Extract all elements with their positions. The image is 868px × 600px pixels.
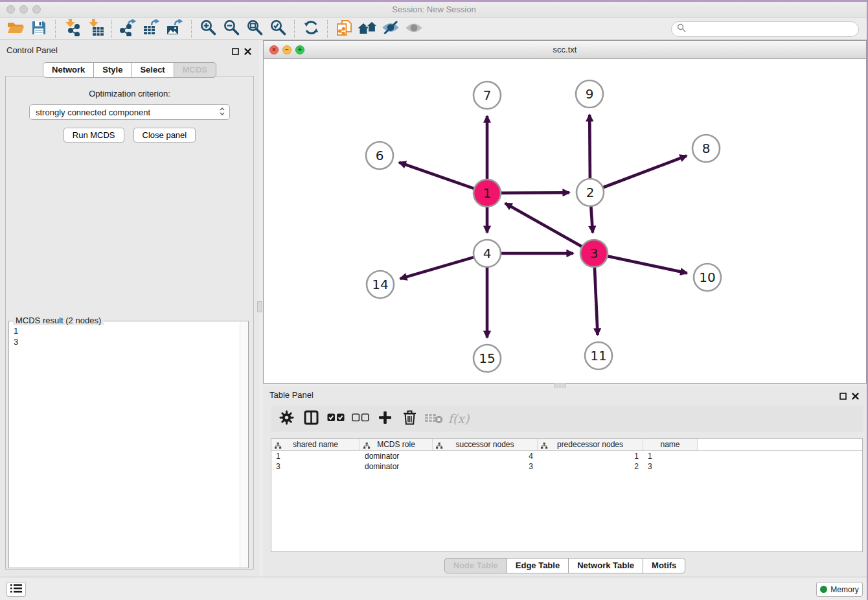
graph-node-7[interactable]: 7: [474, 82, 501, 109]
float-panel-icon[interactable]: [232, 46, 239, 58]
graph-node-14[interactable]: 14: [367, 271, 394, 298]
close-panel-button[interactable]: Close panel: [133, 128, 196, 143]
graph-node-9[interactable]: 9: [576, 80, 603, 108]
edge-4-14[interactable]: [400, 257, 474, 279]
close-table-panel-icon[interactable]: [852, 391, 859, 402]
tab-node-table[interactable]: Node Table: [444, 558, 507, 573]
search-input[interactable]: [689, 24, 853, 34]
network-canvas[interactable]: 7968124314101511: [264, 59, 866, 383]
show-all-button[interactable]: [402, 19, 426, 39]
tab-style[interactable]: Style: [93, 62, 131, 78]
export-image-button[interactable]: [163, 19, 187, 39]
run-mcds-button[interactable]: Run MCDS: [63, 128, 124, 143]
zoom-selected-button[interactable]: [266, 19, 290, 39]
export-table-button[interactable]: [140, 19, 163, 39]
edge-1-2[interactable]: [501, 192, 569, 193]
result-scrollbar[interactable]: [240, 322, 248, 567]
column-header-shared-name[interactable]: shared name: [271, 439, 360, 450]
import-table-button[interactable]: [84, 19, 107, 39]
table-cell[interactable]: 1: [271, 451, 360, 461]
network-minimize-button[interactable]: −: [282, 45, 291, 54]
tab-edge-table[interactable]: Edge Table: [507, 558, 569, 573]
table-cell[interactable]: 2: [538, 461, 643, 472]
table-cell[interactable]: 4: [433, 451, 538, 461]
mcds-result-title: MCDS result (2 nodes): [13, 316, 104, 325]
edge-3-10[interactable]: [608, 256, 687, 273]
graph-node-15[interactable]: 15: [474, 345, 501, 372]
close-window-button[interactable]: [6, 5, 15, 14]
graph-node-3[interactable]: 3: [580, 240, 608, 267]
network-window-titlebar[interactable]: × − + scc.txt: [264, 41, 866, 59]
search-icon: [677, 23, 686, 35]
clone-network-button[interactable]: [332, 19, 356, 39]
network-maximize-button[interactable]: +: [295, 45, 304, 54]
table-cell[interactable]: 3: [643, 461, 698, 472]
table-row[interactable]: 3dominator323: [271, 461, 862, 472]
unselect-all-columns-button[interactable]: [350, 409, 370, 428]
memory-label: Memory: [830, 585, 858, 594]
criterion-dropdown[interactable]: strongly connected component: [29, 104, 230, 120]
refresh-view-button[interactable]: [299, 19, 323, 39]
horizontal-splitter-handle[interactable]: [554, 383, 566, 387]
graph-node-10[interactable]: 10: [694, 264, 721, 291]
tab-network-table[interactable]: Network Table: [568, 558, 643, 573]
edge-1-6[interactable]: [399, 163, 474, 189]
search-box[interactable]: [671, 21, 859, 37]
column-header-name[interactable]: name: [643, 439, 698, 450]
zoom-fit-button[interactable]: [243, 19, 266, 39]
open-file-button[interactable]: [4, 19, 27, 39]
zoom-out-button[interactable]: [220, 19, 243, 39]
edge-2-3[interactable]: [591, 206, 593, 233]
apply-layout-button[interactable]: [356, 19, 379, 39]
column-settings-gear-button[interactable]: [277, 409, 296, 428]
minimize-window-button[interactable]: [19, 5, 28, 14]
column-header-successor-nodes[interactable]: successor nodes: [433, 439, 538, 450]
import-network-button[interactable]: [60, 19, 84, 39]
graph-node-2[interactable]: 2: [577, 179, 604, 206]
select-all-columns-button[interactable]: [326, 409, 345, 428]
table-cell[interactable]: 1: [538, 451, 643, 461]
table-cell[interactable]: 3: [271, 461, 360, 472]
graph-node-1[interactable]: 1: [474, 179, 501, 207]
task-history-button[interactable]: [6, 582, 26, 597]
column-header-MCDS-role[interactable]: MCDS role: [360, 439, 433, 450]
graph-node-8[interactable]: 8: [692, 135, 720, 162]
export-network-button[interactable]: [117, 19, 140, 39]
toolbar-separator: [294, 20, 295, 38]
graph-node-11[interactable]: 11: [585, 342, 612, 369]
memory-button[interactable]: Memory: [816, 582, 863, 597]
export-network-icon: [120, 19, 137, 39]
delete-columns-button[interactable]: [400, 409, 419, 428]
table-row[interactable]: 1dominator411: [271, 451, 862, 461]
column-header-predecessor-nodes[interactable]: predecessor nodes: [538, 439, 643, 450]
close-panel-icon[interactable]: [244, 46, 251, 58]
function-builder-icon: f(x): [448, 411, 470, 426]
graph-node-6[interactable]: 6: [366, 142, 393, 169]
zoom-in-button[interactable]: [196, 19, 220, 39]
graph-node-label: 8: [702, 141, 711, 156]
table-cell[interactable]: dominator: [360, 461, 433, 472]
save-session-button[interactable]: [27, 19, 51, 39]
table-cell[interactable]: 1: [643, 451, 698, 461]
vertical-splitter-handle[interactable]: [257, 301, 262, 312]
edge-2-9[interactable]: [589, 115, 590, 179]
network-close-button[interactable]: ×: [269, 45, 279, 54]
edge-3-11[interactable]: [595, 267, 598, 335]
table-cell[interactable]: 3: [433, 461, 538, 472]
column-header-label: predecessor nodes: [557, 440, 623, 449]
edge-3-1[interactable]: [505, 203, 582, 247]
edge-2-8[interactable]: [603, 156, 687, 187]
tab-motifs[interactable]: Motifs: [643, 558, 685, 573]
refresh-view-icon: [303, 19, 320, 39]
float-table-panel-icon[interactable]: [839, 391, 847, 402]
graph-node-4[interactable]: 4: [474, 240, 501, 267]
function-builder-button: f(x): [449, 409, 468, 428]
tab-select[interactable]: Select: [131, 62, 174, 78]
table-cell[interactable]: dominator: [360, 451, 433, 461]
create-column-button[interactable]: [375, 409, 394, 428]
tab-mcds[interactable]: MCDS: [174, 62, 216, 78]
zoom-window-button[interactable]: [32, 5, 41, 14]
split-panel-button[interactable]: [301, 409, 321, 428]
hide-selected-button[interactable]: [379, 19, 402, 39]
tab-network[interactable]: Network: [43, 62, 94, 78]
